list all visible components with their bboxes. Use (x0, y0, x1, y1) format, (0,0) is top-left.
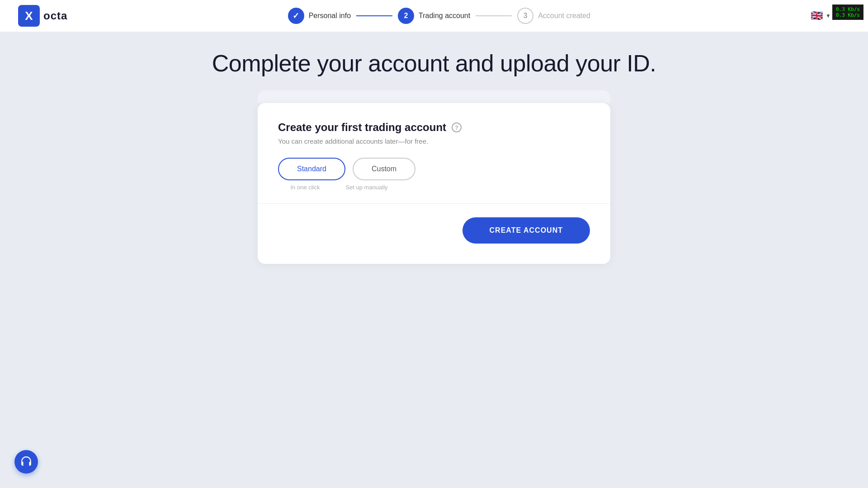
create-account-row: CREATE ACCOUNT (278, 217, 590, 244)
page-title-area: Complete your account and upload your ID… (0, 32, 868, 86)
trading-card: Create your first trading account ? You … (258, 103, 610, 264)
step-2-number: 2 (404, 12, 408, 20)
step-1: ✓ Personal info (288, 8, 351, 24)
help-icon[interactable]: ? (452, 122, 462, 132)
card-title: Create your first trading account (278, 121, 446, 134)
headset-icon (20, 456, 32, 468)
header: X octa ✓ Personal info 2 Trading account… (0, 0, 868, 32)
step-1-check: ✓ (292, 11, 299, 21)
language-selector[interactable]: 🇬🇧 ▼ (811, 10, 831, 22)
connector-1-2 (356, 15, 392, 16)
connector-2-3 (476, 15, 512, 16)
step-3-number: 3 (524, 12, 528, 20)
svg-text:X: X (25, 9, 33, 23)
standard-account-button[interactable]: Standard (278, 158, 345, 180)
page-title: Complete your account and upload your ID… (9, 50, 859, 77)
support-button[interactable] (14, 450, 38, 474)
account-type-hints: In one click Set up manually (278, 184, 590, 191)
card-title-row: Create your first trading account ? (278, 121, 590, 134)
account-type-row: Standard Custom (278, 158, 590, 180)
custom-hint: Set up manually (340, 184, 394, 191)
stepper: ✓ Personal info 2 Trading account 3 Acco… (288, 8, 590, 24)
logo[interactable]: X octa (18, 5, 67, 27)
card-subtitle: You can create additional accounts later… (278, 137, 590, 145)
divider (258, 203, 610, 204)
step-2-label: Trading account (419, 12, 470, 20)
step-1-label: Personal info (309, 12, 351, 20)
logo-text: octa (43, 9, 67, 22)
chevron-down-icon: ▼ (826, 13, 831, 19)
step-3-circle: 3 (517, 8, 533, 24)
flag-icon: 🇬🇧 (811, 10, 823, 22)
step-3-label: Account created (538, 12, 590, 20)
logo-icon: X (18, 5, 40, 27)
create-account-button[interactable]: CREATE ACCOUNT (462, 217, 590, 244)
step-3: 3 Account created (517, 8, 590, 24)
partial-card-top (258, 90, 610, 103)
step-2: 2 Trading account (398, 8, 470, 24)
cards-wrapper: Create your first trading account ? You … (231, 90, 637, 264)
network-badge: 0.3 Kb/s 0.3 Kb/s (832, 5, 863, 20)
standard-hint: In one click (278, 184, 332, 191)
custom-account-button[interactable]: Custom (353, 158, 415, 180)
step-1-circle: ✓ (288, 8, 304, 24)
main-content: Create your first trading account ? You … (0, 90, 868, 264)
step-2-circle: 2 (398, 8, 414, 24)
